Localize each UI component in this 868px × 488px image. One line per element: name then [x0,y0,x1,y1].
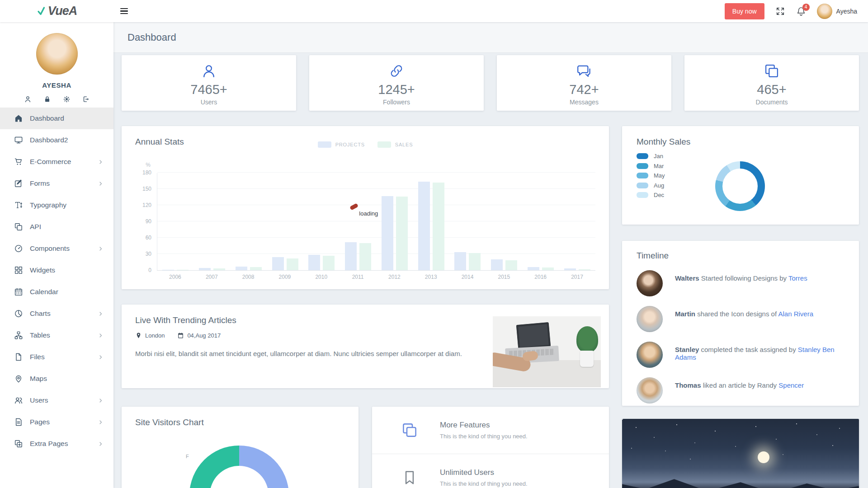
bar-sales-2015 [505,260,517,270]
timeline-item: Martin shared the Icon designs of Alan R… [637,306,844,332]
gear-icon[interactable] [63,95,71,103]
avatar[interactable] [637,377,663,404]
sidebar-item-label: E-Commerce [30,158,71,166]
bar-group-2010 [303,255,340,270]
bar-projects-2016 [528,267,539,270]
bar-projects-2013 [418,182,430,270]
timeline-card: Timeline Walters Started following Desig… [622,241,859,406]
pages-icon [14,418,23,427]
bar-projects-2007 [199,268,211,270]
annual-stats-chart: %0306090120150180 loading 20062007200820… [135,173,595,280]
sidebar-item-label: Forms [30,179,50,188]
sidebar-item-api[interactable]: API [0,216,113,238]
sidebar-item-dashboard2[interactable]: Dashboard2 [0,129,113,151]
bar-group-2014 [449,252,486,270]
forms-icon [14,179,23,188]
user-name: Ayesha [836,8,857,15]
sidebar-toggle-button[interactable] [120,5,132,17]
timeline-text: Walters Started following Designs by Tor… [675,270,807,296]
sidebar-item-extra-pages[interactable]: Extra Pages [0,433,113,455]
sidebar-item-maps[interactable]: Maps [0,368,113,389]
logout-icon[interactable] [82,95,90,103]
sidebar-item-widgets[interactable]: Widgets [0,259,113,281]
x-tick-label: 2012 [376,274,413,280]
bar-projects-2006 [162,270,174,270]
maps-icon [14,374,23,383]
sidebar-item-label: Dashboard [30,114,64,122]
user-icon[interactable] [24,95,32,103]
chevron-right-icon [98,246,104,252]
sidebar: AYESHA Dashboard Dashboard2 E-Commerce F… [0,22,113,488]
bar-group-2008 [231,267,267,270]
site-visitors-card: Site Visitors Chart F [122,407,359,488]
feature-subtitle: This is the kind of thing you need. [440,433,528,440]
sidebar-item-label: API [30,223,41,231]
stat-card-messages[interactable]: 742+ Messages [497,55,671,111]
fullscreen-button[interactable] [775,6,785,16]
sidebar-item-label: Charts [30,310,51,318]
trending-articles-card: Live With Trending Articles London 04,Au… [122,305,609,388]
sidebar-item-label: Components [30,244,70,253]
avatar [817,4,832,19]
sidebar-item-e-commerce[interactable]: E-Commerce [0,151,113,173]
user-menu[interactable]: Ayesha [817,4,857,19]
feature-row-more-features[interactable]: More Features This is the kind of thing … [372,407,609,454]
sidebar-item-charts[interactable]: Charts [0,303,113,324]
stat-card-followers[interactable]: 1245+ Followers [309,55,484,111]
sidebar-item-forms[interactable]: Forms [0,173,113,194]
sidebar-item-dashboard[interactable]: Dashboard [0,108,113,129]
timeline-text: Martin shared the Icon designs of Alan R… [675,306,813,332]
feature-row-unlimited-users[interactable]: Unlimited Users This is the kind of thin… [372,454,609,488]
stat-card-users[interactable]: 7465+ Users [122,55,296,111]
profile-avatar[interactable] [36,33,78,75]
buy-now-button[interactable]: Buy now [725,3,764,19]
monthly-sales-card: Monthly Sales Jan Mar May Aug Dec [622,126,859,225]
chart-loading-indicator: loading [350,205,378,217]
timeline-link[interactable]: Torres [788,274,807,282]
timeline-item: Walters Started following Designs by Tor… [637,270,844,296]
notification-badge: 4 [802,4,810,11]
extra-pages-icon [14,439,23,448]
sidebar-item-pages[interactable]: Pages [0,411,113,433]
chevron-right-icon [98,333,104,338]
sidebar-item-files[interactable]: Files [0,346,113,368]
avatar[interactable] [637,342,663,368]
notifications-button[interactable]: 4 [796,6,806,16]
timeline-link[interactable]: Alan Rivera [778,310,813,318]
avatar[interactable] [637,306,663,332]
dashboard-icon [14,114,23,123]
widgets-icon [14,266,23,275]
avatar[interactable] [637,270,663,296]
chevron-right-icon [98,311,104,317]
dashboard2-icon [14,136,23,145]
lock-icon[interactable] [43,95,51,103]
sidebar-item-label: Users [30,396,48,404]
scenery-image [622,419,859,488]
sidebar-item-users[interactable]: Users [0,389,113,411]
timeline-link[interactable]: Spencer [778,381,804,389]
annual-stats-card: Annual Stats PROJECTS SALES %03060901201… [122,126,609,289]
bar-projects-2010 [308,255,320,270]
sidebar-item-components[interactable]: Components [0,238,113,259]
stat-label: Messages [497,99,671,106]
sidebar-item-calendar[interactable]: Calendar [0,281,113,303]
card-title: Timeline [637,251,844,261]
stat-label: Documents [684,99,859,106]
sidebar-item-typography[interactable]: Typography [0,194,113,216]
timeline-user: Walters [675,274,699,282]
stat-card-documents[interactable]: 465+ Documents [684,55,859,111]
location-meta: London [135,332,165,339]
date-meta: 04,Aug 2017 [177,332,221,339]
x-tick-label: 2010 [303,274,340,280]
chevron-right-icon [98,181,104,187]
x-tick-label: 2009 [266,274,303,280]
sidebar-item-label: Extra Pages [30,440,68,448]
bar-group-2012 [377,196,413,270]
bar-sales-2012 [396,197,408,270]
sidebar-item-tables[interactable]: Tables [0,324,113,346]
app-logo[interactable]: VueA [0,4,113,18]
bar-sales-2014 [469,253,481,270]
components-icon [14,244,23,253]
stat-label: Followers [309,99,484,106]
timeline-link[interactable]: Stanley Ben Adams [675,346,835,361]
